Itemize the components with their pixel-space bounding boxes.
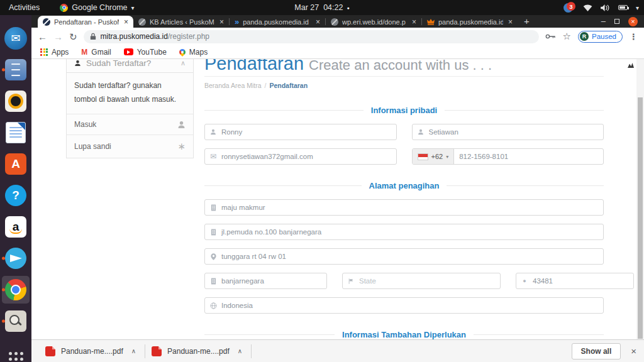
wp-favicon [331,18,338,26]
state-field-group [342,273,501,289]
login-panel-header[interactable]: Sudah Terdaftar? ∧ [67,59,193,73]
chevron-down-icon: ▾ [446,154,448,160]
street2-input[interactable] [221,249,603,264]
profile-chip[interactable]: R Paused [578,31,623,43]
pdf-file-icon [152,346,162,356]
postcode-input[interactable] [533,273,633,288]
country-input[interactable] [221,298,603,313]
dock: ✉ A ? a [0,15,31,362]
dot-marker-icon: ● [516,278,533,284]
page-artifact-icon [628,63,634,68]
tab-close-icon[interactable]: × [123,18,130,26]
crown-favicon [427,19,435,25]
download-menu-chevron-icon[interactable]: ∧ [238,348,242,354]
tab-close-icon[interactable]: × [411,18,418,26]
building-icon [205,204,221,211]
dock-chrome-icon[interactable] [0,278,31,302]
dock-libreoffice-writer-icon[interactable] [0,121,31,145]
login-panel: Sudah Terdaftar? ∧ Sudah terdaftar? guna… [66,59,194,158]
close-downloads-bar-icon[interactable]: × [631,346,636,356]
reload-button[interactable]: ↻ [69,32,77,41]
downloads-bar: Panduan-me....pdf ∧ Panduan-me....pdf ∧ … [31,339,644,362]
minimize-button[interactable]: – [601,19,606,24]
notification-dot-icon: ● [347,6,349,10]
tab-panda-2[interactable]: panda.puskomedia.id × [422,16,518,28]
tab-wp-eri[interactable]: wp.eri.web.id/done.p × [326,16,421,28]
registration-main: PendaftaranCreate an account with us . .… [204,59,604,339]
dock-files-icon[interactable] [0,58,31,82]
person-icon [413,129,429,135]
company-input[interactable] [221,200,603,215]
tab-panda-1[interactable]: » panda.puskomedia.id × [230,16,325,28]
person-icon [177,121,186,129]
tab-close-icon[interactable]: × [218,18,225,26]
city-input[interactable] [221,273,326,288]
company-field-group [204,199,604,216]
close-window-button[interactable]: × [628,17,638,26]
back-button[interactable]: ← [38,32,47,41]
tab-close-icon[interactable]: × [314,18,321,26]
phone-country-select[interactable]: +62 ▾ [413,149,455,164]
dock-app-grid-icon[interactable] [0,347,31,362]
new-tab-button[interactable]: + [524,16,530,26]
globe-icon [205,302,221,309]
system-status-area[interactable]: 3 ▾ [564,2,639,13]
puskomedia-favicon [43,18,50,26]
panda-favicon: » [235,18,239,26]
street-input[interactable] [221,224,603,239]
dock-amazon-icon[interactable]: a [0,215,31,239]
postcode-field-group: ● [516,273,634,289]
show-all-downloads-button[interactable]: Show all [572,343,621,359]
street-field-group [204,224,604,240]
chevron-down-icon: ▾ [131,4,135,11]
login-link[interactable]: Masuk [67,114,193,134]
menu-kebab-icon[interactable]: ⋮ [630,32,638,41]
email-input[interactable] [221,149,396,164]
email-field-group: ✉ [204,148,397,165]
activities-button[interactable]: Activities [0,3,48,12]
maximize-button[interactable] [614,19,619,24]
download-item[interactable]: Panduan-me....pdf ∧ [145,340,251,362]
dock-ubuntu-software-icon[interactable]: A [0,152,31,176]
toolbar-actions: ☆ R Paused ⋮ [545,31,638,43]
breadcrumb-home[interactable]: Beranda Area Mitra [204,82,261,89]
tab-pendaftaran[interactable]: Pendaftaran - PuskoM × [38,16,133,28]
page-content: Sudah Terdaftar? ∧ Sudah terdaftar? guna… [31,59,644,339]
notification-badge[interactable]: 3 [564,2,575,13]
last-name-input[interactable] [429,124,604,140]
clock-label: Mar 27 04:22 [294,3,343,12]
bookmark-gmail[interactable]: M Gmail [81,48,111,57]
browser-toolbar: ← → ↻ mitra.puskomedia.id/register.php ☆… [31,28,644,45]
dock-help-icon[interactable]: ? [0,184,31,207]
address-bar[interactable]: mitra.puskomedia.id/register.php [84,30,539,43]
bookmark-apps[interactable]: Apps [40,48,69,57]
tab-close-icon[interactable]: × [507,18,514,26]
bookmark-youtube[interactable]: YouTube [124,48,167,57]
collapse-chevron-icon[interactable]: ∧ [180,59,186,67]
phone-input[interactable] [454,149,603,164]
download-item[interactable]: Panduan-me....pdf ∧ [39,340,145,362]
clock[interactable]: Mar 27 04:22 ● [294,3,349,12]
street2-field-group [204,248,604,265]
bookmark-star-icon[interactable]: ☆ [563,31,571,42]
password-key-icon[interactable] [545,33,556,40]
dock-rhythmbox-icon[interactable] [0,89,31,113]
scrollbar-thumb[interactable] [638,97,643,339]
maps-pin-icon [178,47,187,56]
dock-thunderbird-icon[interactable]: ✉ [0,26,31,50]
dock-telegram-icon[interactable] [0,246,31,270]
app-menu-label: Google Chrome [72,3,127,12]
country-field-group [204,297,604,314]
bookmark-maps[interactable]: Maps [179,48,208,57]
download-menu-chevron-icon[interactable]: ∧ [131,348,136,354]
first-name-input[interactable] [221,124,396,140]
dock-screenshot-icon[interactable] [0,309,31,333]
app-menu[interactable]: Google Chrome ▾ [60,3,134,12]
pdf-file-icon [45,346,55,356]
tab-kb-articles[interactable]: KB Articles ‹ PuskoMe × [133,16,229,28]
state-input[interactable] [359,273,500,288]
forgot-password-link[interactable]: Lupa sandi ∗ [67,134,193,158]
forward-button[interactable]: → [53,32,63,41]
breadcrumb: Beranda Area Mitra/Pendaftaran [204,82,604,89]
page-scrollbar[interactable] [636,59,644,339]
